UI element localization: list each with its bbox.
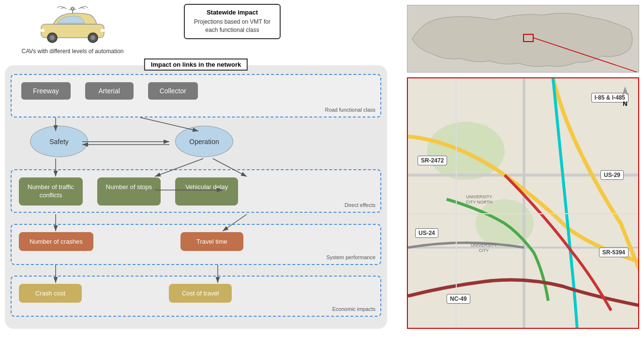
system-boxes: Number of crashes Travel time (19, 232, 243, 251)
right-panel: I-85 & I-485 SR-2472 US-29 US-24 SR-5394… (397, 0, 644, 338)
traffic-conflicts-box: Number of trafficconflicts (19, 177, 83, 206)
map-label-sr5394: SR-5394 (599, 248, 629, 257)
city-label-north: UNIVERSITYCITY NORTH (466, 194, 493, 205)
direct-effects-label: Direct effects (344, 202, 375, 208)
cav-area: CAVs with different levels of automation (19, 5, 126, 56)
road-map-svg (408, 78, 639, 329)
crash-cost-box: Crash cost (19, 284, 82, 303)
direct-effects-section: Number of trafficconflicts Number of sto… (11, 169, 381, 213)
map-label-us29: US-29 (600, 170, 624, 180)
economic-section: Crash cost Cost of travel Economic impac… (11, 276, 381, 317)
map-label-nc49: NC-49 (447, 294, 470, 304)
nc-map-svg (407, 5, 639, 73)
travel-time-box: Travel time (180, 232, 243, 251)
city-label: UNIVERSITYCITY (471, 243, 497, 253)
road-box-arterial: Arterial (85, 82, 134, 100)
north-arrow: N (619, 86, 631, 107)
road-class-label: Road functional class (325, 107, 375, 113)
impact-label: Impact on links in the network (144, 59, 248, 71)
economic-boxes: Crash cost Cost of travel (19, 284, 232, 303)
road-box-collector: Collector (148, 82, 198, 100)
road-map-detail: I-85 & I-485 SR-2472 US-29 US-24 SR-5394… (407, 77, 639, 329)
road-class-section: Freeway Arterial Collector Road function… (11, 74, 381, 118)
safety-ellipse: Safety (30, 126, 88, 157)
left-panel: CAVs with different levels of automation… (0, 0, 397, 338)
flow-container: Impact on links in the network Freeway A… (5, 65, 387, 329)
nc-state-map (407, 5, 639, 73)
svg-rect-10 (101, 29, 105, 32)
cav-label: CAVs with different levels of automation (19, 47, 126, 56)
economic-label: Economic impacts (332, 306, 375, 312)
map-label-us24: US-24 (415, 228, 438, 238)
number-of-crashes-box: Number of crashes (19, 232, 93, 251)
statewide-title: Statewide impact (191, 9, 274, 16)
svg-line-3 (73, 9, 76, 10)
map-label-sr2472: SR-2472 (418, 156, 447, 165)
svg-marker-35 (622, 87, 628, 95)
statewide-text: Projections based on VMT foreach functio… (191, 18, 274, 34)
svg-rect-9 (41, 29, 45, 32)
north-label: N (623, 100, 627, 107)
vehicular-delay-box: Vehicular delay (175, 177, 238, 206)
operation-ellipse: Operation (175, 126, 233, 157)
cost-of-travel-box: Cost of travel (169, 284, 232, 303)
cav-illustration (34, 5, 111, 44)
ellipse-row: Safety Operation (11, 126, 381, 157)
svg-point-6 (50, 35, 55, 40)
system-perf-label: System performance (327, 254, 375, 260)
road-box-freeway: Freeway (21, 82, 71, 100)
road-boxes: Freeway Arterial Collector (21, 82, 198, 100)
number-of-stops-box: Number of stops (97, 177, 161, 206)
svg-point-8 (90, 35, 95, 40)
svg-line-2 (69, 9, 73, 10)
statewide-box: Statewide impact Projections based on VM… (184, 4, 281, 39)
system-perf-section: Number of crashes Travel time System per… (11, 224, 381, 265)
direct-boxes: Number of trafficconflicts Number of sto… (19, 177, 238, 206)
